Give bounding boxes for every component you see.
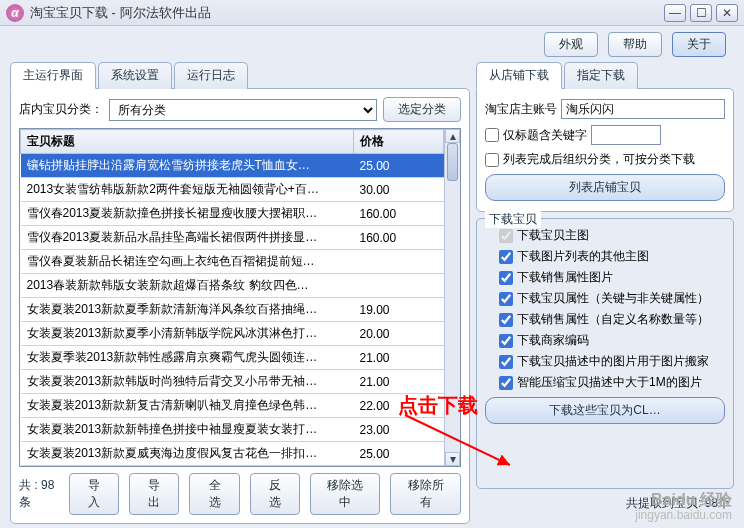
tab-log[interactable]: 运行日志 — [174, 62, 248, 89]
table-row[interactable]: 女装夏季装2013新款韩性感露肩京爽霸气虎头圆领连…21.00 — [21, 346, 444, 370]
minimize-button[interactable]: — — [664, 4, 686, 22]
category-label: 店内宝贝分类： — [19, 101, 103, 118]
scroll-thumb[interactable] — [447, 143, 458, 181]
appearance-button[interactable]: 外观 — [544, 32, 598, 57]
download-goods-button[interactable]: 下载这些宝贝为CL… — [485, 397, 725, 424]
download-group-legend: 下载宝贝 — [485, 211, 541, 228]
tab-shop-download[interactable]: 从店铺下载 — [476, 62, 562, 89]
cell-price — [354, 274, 444, 298]
cell-title: 2013春装新款韩版女装新款超爆百搭条纹 豹纹四色… — [21, 274, 354, 298]
cell-title: 女装夏装2013新款韩版时尚独特后背交叉小吊带无袖… — [21, 370, 354, 394]
table-row[interactable]: 镶钻拼贴挂脖出沿露肩宽松雪纺拼接老虎头T恤血女…25.00 — [21, 154, 444, 178]
cell-title: 女装夏装2013新款夏威夷海边度假风复古花色一排扣… — [21, 442, 354, 466]
table-row[interactable]: 雪仪春夏装新品长裙连空勾画上衣纯色百褶裙提前短… — [21, 250, 444, 274]
app-logo-icon: α — [6, 4, 24, 22]
col-price[interactable]: 价格 — [354, 130, 444, 154]
watermark: Baidu 经验jingyan.baidu.com — [635, 491, 732, 522]
tab-main[interactable]: 主运行界面 — [10, 62, 96, 89]
opt-other-images-label: 下载图片列表的其他主图 — [517, 248, 649, 265]
title-keyword-label: 仅标题含关键字 — [503, 127, 587, 144]
row-count: 共 : 98条 — [19, 477, 59, 511]
table-row[interactable]: 女装夏装2013新款韩版时尚独特后背交叉小吊带无袖…21.00 — [21, 370, 444, 394]
import-button[interactable]: 导入 — [69, 473, 119, 515]
cell-title: 雪仪春2013夏装新款撞色拼接长裙显瘦收腰大摆裙职… — [21, 202, 354, 226]
remove-all-button[interactable]: 移除所有 — [390, 473, 461, 515]
opt-desc-images-label: 下载宝贝描述中的图片用于图片搬家 — [517, 353, 709, 370]
cell-price: 19.00 — [354, 298, 444, 322]
cell-price: 25.00 — [354, 154, 444, 178]
cell-price: 160.00 — [354, 202, 444, 226]
restore-button[interactable]: ☐ — [690, 4, 712, 22]
cell-title: 女装夏装2013新款新韩撞色拼接中袖显瘦夏装女装打… — [21, 418, 354, 442]
scroll-down-icon[interactable]: ▾ — [445, 452, 460, 466]
select-category-button[interactable]: 选定分类 — [383, 97, 461, 122]
table-scrollbar[interactable]: ▴ ▾ — [444, 129, 460, 466]
help-button[interactable]: 帮助 — [608, 32, 662, 57]
opt-sale-attr-img-label: 下载销售属性图片 — [517, 269, 613, 286]
cell-price: 20.00 — [354, 322, 444, 346]
cell-price — [354, 250, 444, 274]
cell-title: 女装夏季装2013新款韩性感露肩京爽霸气虎头圆领连… — [21, 346, 354, 370]
table-row[interactable]: 女装夏装2013新款夏季新款清新海洋风条纹百搭抽绳…19.00 — [21, 298, 444, 322]
cell-title: 雪仪春夏装新品长裙连空勾画上衣纯色百褶裙提前短… — [21, 250, 354, 274]
table-row[interactable]: 2013女装雪纺韩版新款2两件套短版无袖圆领背心+百…30.00 — [21, 178, 444, 202]
remove-selected-button[interactable]: 移除选中 — [310, 473, 381, 515]
shop-account-input[interactable] — [561, 99, 725, 119]
cell-title: 雪仪春2013夏装新品水晶挂坠高端长裙假两件拼接显… — [21, 226, 354, 250]
cell-title: 女装夏装2013新款夏季新款清新海洋风条纹百搭抽绳… — [21, 298, 354, 322]
cell-title: 2013女装雪纺韩版新款2两件套短版无袖圆领背心+百… — [21, 178, 354, 202]
opt-merchant-code-label: 下载商家编码 — [517, 332, 589, 349]
opt-main-image-checkbox — [499, 229, 513, 243]
organize-category-checkbox[interactable] — [485, 153, 499, 167]
table-row[interactable]: 雪仪春2013夏装新款撞色拼接长裙显瘦收腰大摆裙职…160.00 — [21, 202, 444, 226]
table-row[interactable]: 女装夏装2013新款新韩撞色拼接中袖显瘦夏装女装打…23.00 — [21, 418, 444, 442]
about-button[interactable]: 关于 — [672, 32, 726, 57]
category-select[interactable]: 所有分类 — [109, 99, 377, 121]
opt-other-images-checkbox[interactable] — [499, 250, 513, 264]
table-row[interactable]: 女装夏装2013新款夏威夷海边度假风复古花色一排扣…25.00 — [21, 442, 444, 466]
window-title: 淘宝宝贝下载 - 阿尔法软件出品 — [30, 4, 660, 22]
opt-sale-attr-checkbox[interactable] — [499, 313, 513, 327]
organize-category-label: 列表完成后组织分类，可按分类下载 — [503, 151, 695, 168]
keyword-input[interactable] — [591, 125, 661, 145]
opt-sale-attr-img-checkbox[interactable] — [499, 271, 513, 285]
goods-table: 宝贝标题 价格 镶钻拼贴挂脖出沿露肩宽松雪纺拼接老虎头T恤血女…25.00201… — [20, 129, 444, 466]
opt-goods-attr-label: 下载宝贝属性（关键与非关键属性） — [517, 290, 709, 307]
opt-compress-label: 智能压缩宝贝描述中大于1M的图片 — [517, 374, 702, 391]
opt-sale-attr-label: 下载销售属性（自定义名称数量等） — [517, 311, 709, 328]
cell-price: 21.00 — [354, 370, 444, 394]
invert-select-button[interactable]: 反选 — [250, 473, 300, 515]
cell-title: 镶钻拼贴挂脖出沿露肩宽松雪纺拼接老虎头T恤血女… — [21, 154, 354, 178]
cell-price: 22.00 — [354, 394, 444, 418]
export-button[interactable]: 导出 — [129, 473, 179, 515]
opt-merchant-code-checkbox[interactable] — [499, 334, 513, 348]
table-row[interactable]: 雪仪春2013夏装新品水晶挂坠高端长裙假两件拼接显…160.00 — [21, 226, 444, 250]
cell-price: 21.00 — [354, 346, 444, 370]
tab-settings[interactable]: 系统设置 — [98, 62, 172, 89]
opt-main-image-label: 下载宝贝主图 — [517, 227, 589, 244]
close-button[interactable]: ✕ — [716, 4, 738, 22]
cell-title: 女装夏装2013新款夏季小清新韩版学院风冰淇淋色打… — [21, 322, 354, 346]
opt-compress-checkbox[interactable] — [499, 376, 513, 390]
table-row[interactable]: 女装夏装2013新款夏季小清新韩版学院风冰淇淋色打…20.00 — [21, 322, 444, 346]
table-row[interactable]: 2013春装新款韩版女装新款超爆百搭条纹 豹纹四色… — [21, 274, 444, 298]
scroll-up-icon[interactable]: ▴ — [445, 129, 460, 143]
cell-price: 23.00 — [354, 418, 444, 442]
col-title[interactable]: 宝贝标题 — [21, 130, 354, 154]
title-keyword-checkbox[interactable] — [485, 128, 499, 142]
cell-title: 女装夏装2013新款新复古清新喇叭袖叉肩撞色绿色韩… — [21, 394, 354, 418]
cell-price: 25.00 — [354, 442, 444, 466]
list-shop-goods-button[interactable]: 列表店铺宝贝 — [485, 174, 725, 201]
cell-price: 160.00 — [354, 226, 444, 250]
tab-specified-download[interactable]: 指定下载 — [564, 62, 638, 89]
table-row[interactable]: 女装夏装2013新款新复古清新喇叭袖叉肩撞色绿色韩…22.00 — [21, 394, 444, 418]
opt-goods-attr-checkbox[interactable] — [499, 292, 513, 306]
shop-account-label: 淘宝店主账号 — [485, 101, 557, 118]
cell-price: 30.00 — [354, 178, 444, 202]
select-all-button[interactable]: 全选 — [189, 473, 239, 515]
opt-desc-images-checkbox[interactable] — [499, 355, 513, 369]
